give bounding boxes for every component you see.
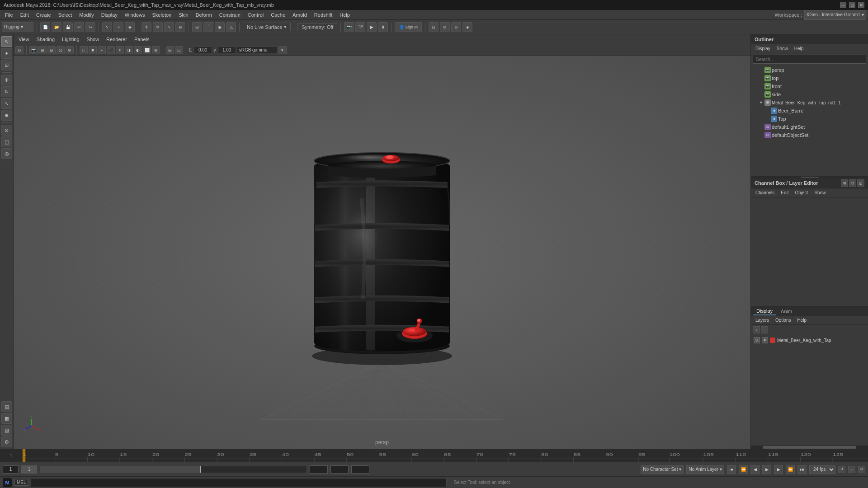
vp-dof-btn[interactable]: ⊕ xyxy=(152,46,160,54)
close-button[interactable]: ✕ xyxy=(858,2,864,8)
menu-file[interactable]: File xyxy=(2,11,16,19)
viewport-menu-view[interactable]: View xyxy=(15,36,33,43)
display-tab[interactable]: Display xyxy=(753,307,776,315)
menu-create[interactable]: Create xyxy=(33,11,54,19)
quick-select-btn[interactable]: ◈ xyxy=(462,22,472,32)
soft-select-btn[interactable]: ⊙ xyxy=(1,125,12,136)
symmetry-label[interactable]: Symmetry: Off xyxy=(297,23,337,31)
animation-layers-btn[interactable]: ▧ xyxy=(1,425,12,436)
show-manip-btn[interactable]: ⊕ xyxy=(1,110,12,121)
intersect-btn[interactable]: ⊚ xyxy=(440,22,450,32)
viewport-menu-show[interactable]: Show xyxy=(84,36,103,43)
vp-aa-btn[interactable]: ⬜ xyxy=(143,46,151,54)
outliner-search-input[interactable] xyxy=(753,55,866,64)
channel-box-btn2[interactable]: ⊡ xyxy=(849,179,856,187)
new-scene-btn[interactable]: 📄 xyxy=(40,22,50,32)
vp-light-btn[interactable]: ☀ xyxy=(116,46,124,54)
layers-menu[interactable]: Layers xyxy=(753,317,772,323)
layer-item[interactable]: V P Metal_Beer_Keg_with_Tap xyxy=(752,336,867,345)
snap-together-btn[interactable]: ⊡ xyxy=(429,22,439,32)
mel-input[interactable] xyxy=(31,478,447,487)
mode-dropdown[interactable]: Rigging ▾ xyxy=(2,22,33,32)
layer-playback-toggle[interactable]: P xyxy=(762,337,768,343)
new-layer-btn[interactable]: + xyxy=(753,326,760,333)
vp-hud-btn[interactable]: ⊡ xyxy=(175,46,183,54)
menu-skeleton[interactable]: Skeleton xyxy=(149,11,175,19)
menu-control[interactable]: Control xyxy=(245,11,267,19)
redo-btn[interactable]: ↪ xyxy=(85,22,95,32)
brush-mode-btn[interactable]: ⊡ xyxy=(1,60,12,70)
channels-menu[interactable]: Channels xyxy=(753,190,777,196)
vp-smooth-shade-btn[interactable]: ■ xyxy=(89,46,97,54)
layer-visibility-toggle[interactable]: V xyxy=(754,337,760,343)
vp-select-cam-btn[interactable]: 📷 xyxy=(29,46,38,54)
channel-box-btn3[interactable]: ◱ xyxy=(857,179,864,187)
vp-grid-btn[interactable]: ⊞ xyxy=(166,46,174,54)
menu-help[interactable]: Help xyxy=(336,11,353,19)
range-total-input[interactable]: 120 xyxy=(330,465,349,474)
vp-shadow-btn[interactable]: ◑ xyxy=(125,46,133,54)
fps-dropdown[interactable]: 24 fps 30 fps xyxy=(809,465,835,474)
menu-select[interactable]: Select xyxy=(55,11,75,19)
tree-item-side[interactable]: 📷 side xyxy=(751,90,868,99)
show-menu[interactable]: Show xyxy=(811,190,828,196)
timeline-ruler[interactable]: 1 5 10 15 20 25 30 35 40 45 50 55 60 65 … xyxy=(23,449,868,462)
viewport-menu-lighting[interactable]: Lighting xyxy=(59,36,83,43)
select-mode-btn[interactable]: ↖ xyxy=(1,36,12,47)
help-menu[interactable]: Help xyxy=(794,317,809,323)
vp-shade-wire-btn[interactable]: ▪ xyxy=(98,46,106,54)
scale-left-btn[interactable]: ⤡ xyxy=(1,98,12,109)
settings-left-btn[interactable]: ⚙ xyxy=(1,436,12,447)
gamma-value[interactable]: 1.00 xyxy=(218,47,236,53)
vp-frame-sel-btn[interactable]: ⊟ xyxy=(47,46,56,54)
menu-display[interactable]: Display xyxy=(98,11,121,19)
snap-surface-btn[interactable]: △ xyxy=(226,22,236,32)
minimize-button[interactable]: ─ xyxy=(840,2,846,8)
translate-btn[interactable]: ✛ xyxy=(1,75,12,85)
undo-btn[interactable]: ↩ xyxy=(74,22,84,32)
timeline[interactable]: 1 1 5 10 15 20 25 30 35 40 45 xyxy=(0,449,868,462)
menu-windows[interactable]: Windows xyxy=(122,11,148,19)
vp-texture-btn[interactable]: ⬛ xyxy=(107,46,115,54)
go-to-start-btn[interactable]: ⏮ xyxy=(727,465,736,474)
vp-look-thru-btn[interactable]: ◎ xyxy=(57,46,65,54)
vp-ao-btn[interactable]: ◐ xyxy=(134,46,142,54)
display-layers-btn[interactable]: ▤ xyxy=(1,401,12,412)
menu-cache[interactable]: Cache xyxy=(268,11,288,19)
anim-tab[interactable]: Anim xyxy=(777,308,796,315)
next-frame-btn[interactable]: ▶ xyxy=(774,465,783,474)
step-back-btn[interactable]: ⏪ xyxy=(739,465,748,474)
scale-tool-btn[interactable]: ⤡ xyxy=(164,22,174,32)
sign-in-btn[interactable]: 👤 Sign In xyxy=(395,22,422,32)
channel-box-btn1[interactable]: ⊞ xyxy=(841,179,848,187)
no-character-dropdown[interactable]: No Character Set ▾ xyxy=(641,465,684,474)
snap-grid-btn[interactable]: ⊞ xyxy=(192,22,202,32)
tree-item-beer-barre[interactable]: ◈ Beer_Barre xyxy=(751,107,868,115)
tree-item-front[interactable]: 📷 front xyxy=(751,82,868,90)
menu-edit[interactable]: Edit xyxy=(17,11,32,19)
menu-arnold[interactable]: Arnold xyxy=(289,11,310,19)
mel-label[interactable]: MEL xyxy=(14,479,28,486)
exposure-value[interactable]: 0.00 xyxy=(194,47,212,53)
menu-skin[interactable]: Skin xyxy=(175,11,191,19)
layer-color-swatch[interactable] xyxy=(770,338,775,343)
viewport-menu-shading[interactable]: Shading xyxy=(33,36,58,43)
menu-redshift[interactable]: Redshift xyxy=(311,11,335,19)
rotate-tool-btn[interactable]: ↻ xyxy=(153,22,163,32)
gamma-profile[interactable]: sRGB gamma xyxy=(237,47,278,53)
vp-cams-btn[interactable]: ⊛ xyxy=(66,46,74,54)
sound-btn[interactable]: ♪ xyxy=(848,466,855,473)
lasso-select-btn[interactable]: ⌗ xyxy=(113,22,123,32)
prev-frame-btn[interactable]: ◀ xyxy=(750,465,760,474)
vp-frame-all-btn[interactable]: ⊞ xyxy=(38,46,47,54)
save-scene-btn[interactable]: 💾 xyxy=(63,22,73,32)
universal-manip-btn[interactable]: ⊕ xyxy=(175,22,185,32)
tree-item-keg-group[interactable]: ▼ ⊞ Metal_Beer_Keg_with_Tap_nd1_1 xyxy=(751,99,868,107)
options-menu[interactable]: Options xyxy=(773,317,793,323)
menu-modify[interactable]: Modify xyxy=(76,11,97,19)
frame-start-input[interactable]: 1 xyxy=(3,465,19,474)
viewport-menu-panels[interactable]: Panels xyxy=(131,36,153,43)
restore-button[interactable]: □ xyxy=(849,2,855,8)
tree-item-persp[interactable]: 📷 persp xyxy=(751,66,868,74)
loop-btn[interactable]: ⟳ xyxy=(858,466,865,473)
